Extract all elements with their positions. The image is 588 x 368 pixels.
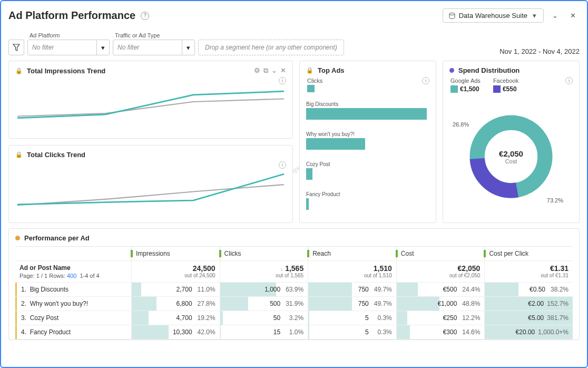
- lock-icon: 🔒: [15, 151, 23, 158]
- panel-clicks-trend: 🔒 Total Clicks Trend i: [8, 145, 293, 223]
- row-metric: €25012.2%: [396, 311, 485, 325]
- col-header[interactable]: Clicks: [220, 247, 308, 260]
- col-header[interactable]: Reach: [308, 247, 396, 260]
- filter-settings-button[interactable]: [8, 40, 24, 55]
- col-header[interactable]: Cost: [396, 247, 485, 260]
- legend-value: €1,500: [460, 85, 479, 93]
- donut-center-label: Cost: [499, 158, 523, 164]
- total-value: 24,500: [136, 264, 215, 273]
- total-value: €2,050: [401, 264, 481, 273]
- bar-label: Cozy Post: [306, 161, 429, 167]
- row-metric: 1,00063.9%: [220, 283, 308, 296]
- row-metric: €20.001,000.0+%: [484, 325, 573, 339]
- close-button[interactable]: ✕: [566, 9, 580, 23]
- bar-label: Fancy Product: [306, 191, 429, 197]
- panel-title: Spend Distribution: [458, 66, 520, 74]
- cell-value: 15: [273, 328, 280, 336]
- close-icon[interactable]: ✕: [280, 66, 286, 75]
- line-chart-impressions: [15, 75, 286, 133]
- cell-value: 6,800: [177, 300, 192, 307]
- row-metric: €2.00152.7%: [484, 297, 573, 311]
- bar-row: Why won't you buy?!: [306, 131, 429, 150]
- line-chart-clicks: [15, 159, 286, 217]
- cell-pct: 49.7%: [372, 300, 392, 307]
- cell-pct: 24.4%: [460, 286, 480, 293]
- copy-icon[interactable]: ⧉: [263, 66, 268, 75]
- row-name: 2. Why won't you buy?!: [15, 297, 131, 311]
- panel-spend-distribution: Spend Distribution i Google Ads €1,500 F…: [443, 61, 580, 223]
- table-row[interactable]: 4. Fancy Product 10,30042.0% 151.0% 50.3…: [15, 325, 573, 340]
- info-icon[interactable]: i: [279, 161, 286, 169]
- cell-value: €1,000: [438, 300, 457, 307]
- bar-chart: Big Discounts Why won't you buy?! Cozy P…: [306, 94, 429, 217]
- bar-row: Cozy Post: [306, 161, 429, 180]
- panel-title: Total Impressions Trend: [27, 67, 105, 75]
- panel-title: Top Ads: [318, 66, 345, 74]
- cell-value: €300: [443, 328, 457, 336]
- dimension-name: Ad or Post Name: [19, 264, 127, 272]
- bar-label: Why won't you buy?!: [306, 131, 429, 137]
- data-suite-selector[interactable]: Data Warehouse Suite ▾: [443, 8, 544, 23]
- filter-traffic-type-field[interactable]: [113, 44, 182, 51]
- row-metric: 2,70011.0%: [131, 283, 220, 296]
- cell-pct: 19.2%: [195, 314, 215, 322]
- table-row[interactable]: 1. Big Discounts 2,70011.0% 1,00063.9% 7…: [15, 283, 573, 297]
- filter-ad-platform-field[interactable]: [28, 44, 96, 51]
- panel-title: Performance per Ad: [24, 234, 90, 242]
- filter-traffic-type: Traffic or Ad Type ▾: [113, 32, 195, 55]
- legend-name: Facebook: [493, 78, 518, 84]
- suite-label: Data Warehouse Suite: [459, 12, 527, 20]
- row-metric: 50031.9%: [220, 297, 308, 311]
- cell-value: 1,000: [264, 286, 280, 293]
- table-header-row: Impressions Clicks Reach Cost Cost per C…: [15, 247, 573, 261]
- cell-pct: 42.0%: [195, 328, 215, 336]
- row-metric: €50024.4%: [396, 283, 485, 296]
- cell-pct: 31.9%: [283, 300, 303, 307]
- info-icon[interactable]: i: [565, 77, 573, 84]
- info-icon[interactable]: i: [279, 77, 286, 84]
- table-row[interactable]: 2. Why won't you buy?! 6,80027.8% 50031.…: [15, 297, 573, 311]
- donut-chart: €2,050 Cost 73.2% 26.8%: [449, 96, 573, 217]
- table-row[interactable]: 3. Cozy Post 4,70019.2% 503.2% 50.3% €25…: [15, 311, 573, 325]
- cell-pct: 11.0%: [195, 286, 215, 293]
- page-range: 1-4 of 4: [80, 273, 99, 279]
- chart-legend: Clicks: [306, 74, 429, 85]
- chevron-down-icon[interactable]: ⌄: [271, 66, 277, 75]
- sort-down-icon[interactable]: ↓: [280, 266, 283, 272]
- row-metric: 75049.7%: [308, 283, 396, 296]
- cell-value: 500: [270, 300, 280, 307]
- col-header[interactable]: Cost per Click: [484, 247, 573, 260]
- chevron-down-icon: ⌄: [552, 12, 558, 20]
- cell-value: 50: [273, 314, 280, 322]
- total-sub: out of €2,050: [401, 273, 481, 278]
- filter-dropdown-toggle[interactable]: ▾: [182, 40, 194, 55]
- filter-traffic-type-input[interactable]: ▾: [113, 40, 195, 55]
- date-range[interactable]: Nov 1, 2022 - Nov 4, 2022: [499, 47, 580, 55]
- cell-value: €2.00: [528, 300, 544, 307]
- col-header[interactable]: Impressions: [131, 247, 220, 260]
- row-metric: 75049.7%: [308, 297, 396, 311]
- cell-pct: 1.0%: [283, 328, 303, 336]
- rows-link[interactable]: 400: [67, 273, 76, 279]
- segment-drop-zone[interactable]: Drop a segment here (or any other compon…: [198, 40, 344, 55]
- bar-fill: [306, 168, 312, 180]
- cell-value: 4,700: [177, 314, 192, 322]
- database-icon: [448, 12, 456, 20]
- help-icon[interactable]: ?: [141, 12, 149, 20]
- cell-pct: 381.7%: [547, 314, 569, 322]
- row-metric: €1,00048.8%: [396, 297, 485, 311]
- donut-pct-label: 26.8%: [453, 121, 469, 128]
- filter-bar: Ad Platform ▾ Traffic or Ad Type ▾ Drop …: [8, 32, 580, 55]
- filter-ad-platform-input[interactable]: ▾: [27, 40, 110, 55]
- total-sub: out of 24,500: [136, 273, 215, 278]
- cell-value: 2,700: [177, 286, 192, 293]
- info-icon[interactable]: i: [422, 77, 429, 84]
- cell-value: €250: [443, 314, 457, 322]
- cell-pct: 14.6%: [460, 328, 480, 336]
- cell-pct: 12.2%: [460, 314, 480, 322]
- gear-icon[interactable]: ⚙: [254, 66, 260, 75]
- cell-value: 5: [365, 328, 369, 336]
- row-metric: 151.0%: [220, 325, 308, 339]
- filter-dropdown-toggle[interactable]: ▾: [96, 40, 109, 55]
- collapse-button[interactable]: ⌄: [548, 9, 562, 23]
